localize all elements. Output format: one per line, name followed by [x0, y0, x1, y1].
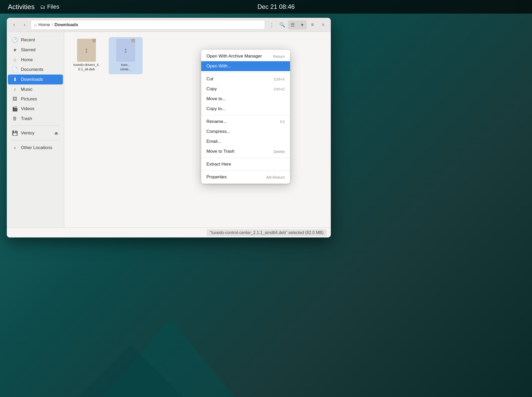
- eject-button[interactable]: ⏏: [54, 130, 59, 136]
- sidebar-label-recent: Recent: [21, 37, 59, 43]
- pictures-icon: 🖼: [12, 96, 18, 102]
- copy-label: Copy: [206, 86, 217, 92]
- rename-label: Rename...: [206, 119, 227, 124]
- status-bar: "tuxedo-control-center_2.1.1_amd64.deb" …: [7, 228, 331, 237]
- context-menu-rename[interactable]: Rename... F2: [201, 117, 290, 127]
- hamburger-menu-button[interactable]: ≡: [308, 20, 317, 30]
- open-archive-label: Open With Archive Manager: [206, 54, 262, 59]
- open-archive-shortcut: Return: [273, 54, 285, 59]
- activities-button[interactable]: Activities: [8, 3, 35, 11]
- context-menu-email[interactable]: Email...: [201, 137, 290, 146]
- forward-button[interactable]: ›: [20, 21, 29, 29]
- context-menu-properties[interactable]: Properties Alt+Return: [201, 172, 290, 182]
- sidebar-item-home[interactable]: ⌂ Home: [8, 55, 63, 65]
- breadcrumb-home[interactable]: Home: [38, 22, 50, 27]
- sidebar-label-ventoy: Ventoy: [21, 131, 51, 136]
- properties-label: Properties: [206, 174, 227, 180]
- context-menu-move-to-trash[interactable]: Move to Trash Delete: [201, 146, 290, 156]
- sidebar-item-videos[interactable]: 🎬 Videos: [8, 104, 63, 114]
- context-menu-move-to[interactable]: Move to...: [201, 94, 290, 104]
- sidebar-item-trash[interactable]: 🗑 Trash: [8, 114, 63, 123]
- breadcrumb: ⌂ Home / Downloads: [31, 20, 265, 30]
- context-menu-extract-here[interactable]: Extract Here: [201, 159, 290, 169]
- view-options-button[interactable]: ▾: [297, 20, 307, 30]
- main-content: 🕐 Recent ★ Starred ⌂ Home 📄 Documents ⬇: [7, 32, 331, 228]
- search-icon: 🔍: [279, 22, 285, 28]
- context-menu-separator-1: [201, 72, 290, 73]
- sidebar-item-ventoy[interactable]: 💾 Ventoy ⏏: [8, 128, 63, 138]
- context-menu-compress[interactable]: Compress...: [201, 127, 290, 137]
- move-to-trash-label: Move to Trash: [206, 149, 235, 154]
- recent-icon: 🕐: [12, 37, 18, 43]
- hamburger-icon: ≡: [311, 22, 314, 27]
- copy-shortcut: Ctrl+C: [274, 87, 285, 91]
- sidebar-label-starred: Starred: [21, 47, 59, 53]
- starred-icon: ★: [12, 47, 18, 53]
- sidebar-item-music[interactable]: ♪ Music: [8, 84, 63, 94]
- downloads-icon: ⬇: [12, 77, 18, 82]
- properties-shortcut: Alt+Return: [266, 175, 285, 179]
- context-menu-open-with[interactable]: Open With...: [201, 61, 290, 71]
- music-icon: ♪: [12, 87, 18, 92]
- copy-to-label: Copy to...: [206, 106, 225, 111]
- compress-label: Compress...: [206, 129, 230, 134]
- zip-icon: ↕: [85, 46, 88, 54]
- move-to-trash-shortcut: Delete: [274, 149, 285, 154]
- list-view-button[interactable]: ☰: [288, 20, 297, 30]
- extract-here-label: Extract Here: [206, 162, 231, 167]
- context-menu-open-archive[interactable]: Open With Archive Manager Return: [201, 51, 290, 61]
- sidebar-label-pictures: Pictures: [21, 97, 59, 102]
- context-menu-cut[interactable]: Cut Ctrl+X: [201, 74, 290, 84]
- home-sidebar-icon: ⌂: [12, 57, 18, 63]
- sidebar-label-music: Music: [21, 87, 59, 92]
- context-menu-copy-to[interactable]: Copy to...: [201, 104, 290, 114]
- email-label: Email...: [206, 139, 221, 144]
- back-button[interactable]: ‹: [10, 21, 18, 29]
- rename-shortcut: F2: [280, 120, 285, 124]
- zip-icon-selected: ↕: [124, 46, 128, 54]
- open-with-label: Open With...: [206, 64, 231, 69]
- decorative-triangle-2: [78, 345, 183, 397]
- topbar-left: Activities 🗂 Files: [8, 3, 59, 11]
- sidebar: 🕐 Recent ★ Starred ⌂ Home 📄 Documents ⬇: [7, 32, 64, 228]
- close-button[interactable]: ✕: [318, 20, 328, 30]
- context-menu-copy[interactable]: Copy Ctrl+C: [201, 84, 290, 94]
- move-to-label: Move to...: [206, 96, 226, 101]
- documents-icon: 📄: [12, 67, 18, 72]
- cut-shortcut: Ctrl+X: [274, 77, 285, 81]
- videos-icon: 🎬: [12, 106, 18, 112]
- files-app-label: Files: [47, 3, 59, 10]
- ventoy-icon: 💾: [12, 130, 18, 136]
- sidebar-item-documents[interactable]: 📄 Documents: [8, 65, 63, 75]
- context-menu-separator-4: [201, 171, 290, 171]
- other-locations-icon: ＋: [12, 145, 18, 151]
- file-name-selected: tuxe...cente...: [120, 63, 131, 72]
- file-icon-wrapper: ↕: [76, 40, 97, 61]
- sidebar-label-other-locations: Other Locations: [21, 145, 59, 150]
- header-actions: ⋮ 🔍 ☰ ▾ ≡ ✕: [267, 20, 328, 30]
- breadcrumb-separator: /: [52, 22, 53, 27]
- context-menu-separator-2: [201, 115, 290, 115]
- deb-file-icon-selected: ↕: [116, 39, 135, 62]
- file-name: tuxedo-drivers_4.0.1_all.deb: [72, 63, 101, 72]
- sidebar-item-starred[interactable]: ★ Starred: [8, 45, 63, 55]
- sidebar-item-pictures[interactable]: 🖼 Pictures: [8, 94, 63, 104]
- list-item[interactable]: ↕ tuxe...cente...: [109, 37, 143, 74]
- headerbar: ‹ › ⌂ Home / Downloads ⋮ 🔍 ☰ ▾ ≡: [7, 18, 331, 32]
- sidebar-separator-2: [11, 140, 60, 140]
- search-button[interactable]: 🔍: [277, 20, 287, 30]
- sidebar-item-recent[interactable]: 🕐 Recent: [8, 35, 63, 45]
- file-area[interactable]: ↕ tuxedo-drivers_4.0.1_all.deb ↕ tuxe...…: [64, 32, 331, 228]
- context-menu: Open With Archive Manager Return Open Wi…: [201, 50, 290, 184]
- sidebar-label-downloads: Downloads: [21, 77, 59, 82]
- files-app-indicator: 🗂 Files: [40, 3, 59, 10]
- sidebar-label-home: Home: [21, 57, 59, 63]
- sidebar-separator: [11, 126, 60, 126]
- home-icon: ⌂: [34, 22, 37, 27]
- sidebar-item-other-locations[interactable]: ＋ Other Locations: [8, 143, 63, 153]
- sidebar-item-downloads[interactable]: ⬇ Downloads: [8, 75, 63, 84]
- list-view-icon: ☰: [291, 22, 295, 28]
- breadcrumb-current: Downloads: [54, 22, 78, 27]
- list-item[interactable]: ↕ tuxedo-drivers_4.0.1_all.deb: [70, 37, 103, 74]
- more-options-button[interactable]: ⋮: [267, 20, 276, 30]
